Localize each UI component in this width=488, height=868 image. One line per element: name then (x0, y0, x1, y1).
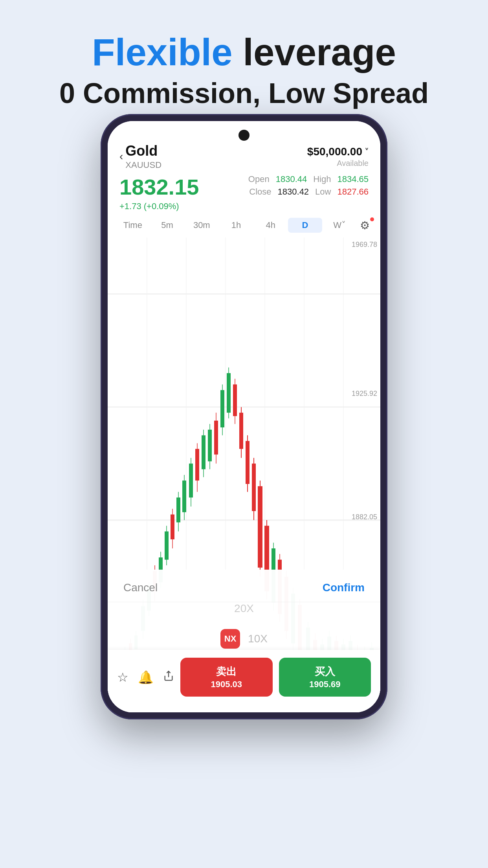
svg-rect-28 (165, 531, 169, 560)
svg-rect-34 (182, 480, 186, 512)
buy-button[interactable]: 买入 1905.69 (279, 658, 371, 697)
price-area: 1832.15 +1.73 (+0.09%) Open 1830.44 High… (108, 174, 380, 218)
tab-time[interactable]: Time (116, 218, 150, 233)
tab-w[interactable]: W˅ (322, 218, 357, 233)
current-price: 1832.15 (119, 174, 199, 200)
phone-screen: ‹ Gold XAUUSD $50,000.00 ˅ Available (108, 121, 380, 712)
stat-row-open-high: Open 1830.44 High 1834.65 (248, 174, 369, 184)
price-change: +1.73 (+0.09%) (119, 201, 199, 211)
svg-rect-52 (239, 413, 243, 449)
bottom-action-bar: ☆ 🔔 卖出 1905.03 买入 1905.69 (108, 650, 380, 712)
header-subtitle: 0 Commission, Low Spread (0, 77, 488, 109)
back-arrow-icon: ‹ (119, 150, 123, 163)
asset-ticker: XAUUSD (125, 160, 161, 170)
svg-rect-44 (214, 421, 218, 454)
alert-icon[interactable]: 🔔 (138, 670, 154, 685)
stat-row-close-low: Close 1830.42 Low 1827.66 (249, 187, 369, 197)
svg-rect-58 (258, 486, 262, 568)
balance-area[interactable]: $50,000.00 ˅ Available (307, 145, 369, 168)
app-content: ‹ Gold XAUUSD $50,000.00 ˅ Available (108, 121, 380, 712)
y-label-mid2: 1882.05 (352, 513, 377, 521)
header-section: Flexible leverage 0 Commission, Low Spre… (0, 0, 488, 125)
header-title: Flexible leverage (0, 31, 488, 73)
picker-header: Cancel Confirm (108, 570, 380, 602)
camera-notch (238, 130, 250, 141)
svg-rect-32 (176, 498, 180, 522)
asset-name: Gold (125, 143, 161, 159)
svg-rect-40 (202, 435, 205, 469)
y-label-top: 1969.78 (352, 241, 377, 249)
tab-4h[interactable]: 4h (253, 218, 288, 233)
picker-confirm-button[interactable]: Confirm (323, 581, 365, 594)
phone-frame: ‹ Gold XAUUSD $50,000.00 ˅ Available (101, 114, 387, 719)
tab-30m[interactable]: 30m (184, 218, 219, 233)
picker-cancel-button[interactable]: Cancel (123, 581, 158, 594)
price-left: 1832.15 +1.73 (+0.09%) (119, 174, 199, 211)
bottom-icons: ☆ 🔔 (117, 670, 174, 685)
svg-rect-38 (195, 449, 199, 481)
watchlist-icon[interactable]: ☆ (117, 670, 128, 685)
y-label-mid1: 1925.92 (352, 390, 377, 398)
balance-value: $50,000.00 ˅ (307, 145, 369, 158)
nx-badge-icon: NX (220, 629, 240, 649)
balance-label: Available (307, 159, 369, 168)
svg-rect-56 (252, 463, 256, 511)
time-tabs: Time 5m 30m 1h 4h D W˅ ⚙ (108, 218, 380, 237)
top-bar: ‹ Gold XAUUSD $50,000.00 ˅ Available (108, 121, 380, 174)
sell-button[interactable]: 卖出 1905.03 (180, 658, 273, 697)
settings-icon[interactable]: ⚙ (357, 219, 372, 232)
tab-5m[interactable]: 5m (150, 218, 185, 233)
chevron-down-icon: ˅ (365, 147, 369, 156)
svg-rect-50 (233, 384, 237, 416)
svg-rect-42 (208, 430, 212, 462)
price-stats: Open 1830.44 High 1834.65 Close 1830.42 … (248, 174, 369, 197)
svg-rect-48 (227, 373, 231, 413)
svg-rect-54 (246, 441, 250, 484)
svg-rect-36 (189, 463, 193, 497)
picker-item-20x[interactable]: 20X (108, 602, 380, 622)
phone-frame-wrapper: ‹ Gold XAUUSD $50,000.00 ˅ Available (101, 114, 387, 719)
share-icon[interactable] (163, 670, 174, 684)
svg-rect-30 (171, 515, 174, 539)
svg-rect-46 (220, 390, 224, 427)
back-button[interactable]: ‹ Gold XAUUSD (119, 143, 161, 170)
tab-d[interactable]: D (288, 218, 323, 233)
tab-1h[interactable]: 1h (219, 218, 253, 233)
settings-dot (370, 217, 374, 221)
